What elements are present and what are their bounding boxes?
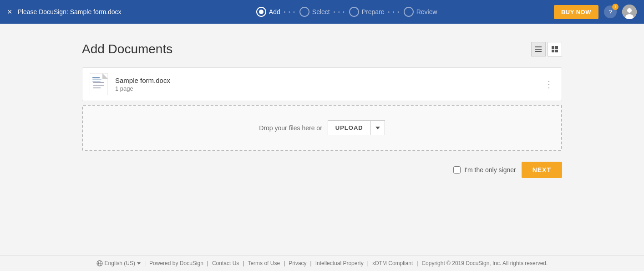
- next-button[interactable]: NEXT: [522, 162, 562, 178]
- intellectual-property-link[interactable]: Intellectual Property: [315, 260, 364, 266]
- footer-sep-6: |: [367, 260, 369, 266]
- svg-rect-4: [535, 49, 542, 50]
- list-view-button[interactable]: [531, 42, 546, 56]
- footer-sep-3: |: [243, 260, 244, 266]
- globe-icon: [96, 260, 103, 266]
- help-button[interactable]: ? 1: [604, 5, 617, 18]
- xdtm-label: xDTM Compliant: [372, 260, 413, 266]
- file-item: Sample form.docx 1 page ⋮: [82, 67, 562, 101]
- footer-sep-4: |: [284, 260, 285, 266]
- svg-rect-6: [552, 46, 554, 49]
- language-selector[interactable]: English (US): [96, 260, 141, 266]
- svg-rect-9: [555, 50, 558, 52]
- view-toggle: [531, 42, 562, 56]
- footer-sep-5: |: [310, 260, 312, 266]
- file-icon: [90, 73, 108, 95]
- only-signer-group: I'm the only signer: [453, 166, 516, 174]
- file-pages: 1 page: [115, 85, 544, 92]
- main-content: Add Documents: [0, 24, 644, 255]
- svg-rect-3: [535, 46, 542, 47]
- page-header: Add Documents: [82, 42, 562, 56]
- svg-point-1: [627, 8, 632, 13]
- svg-rect-16: [92, 81, 101, 82]
- contact-us-link[interactable]: Contact Us: [212, 260, 239, 266]
- upload-dropdown-button[interactable]: [370, 120, 385, 135]
- header: × Please DocuSign: Sample form.docx Add …: [0, 0, 644, 24]
- header-actions: BUY NOW ? 1: [554, 5, 637, 19]
- only-signer-checkbox[interactable]: [453, 166, 461, 174]
- step-prepare-circle: [349, 7, 359, 17]
- buy-now-button[interactable]: BUY NOW: [554, 5, 598, 19]
- step-prepare[interactable]: Prepare: [349, 7, 385, 17]
- terms-of-use-link[interactable]: Terms of Use: [248, 260, 280, 266]
- step-add[interactable]: Add: [256, 7, 280, 17]
- step-dots-2: • • •: [334, 10, 345, 15]
- step-prepare-label: Prepare: [362, 8, 385, 15]
- svg-rect-14: [92, 77, 100, 78]
- avatar[interactable]: [622, 5, 637, 19]
- file-menu-button[interactable]: ⋮: [544, 79, 554, 90]
- close-button[interactable]: ×: [7, 7, 12, 17]
- file-info: Sample form.docx 1 page: [115, 77, 544, 92]
- step-review-circle: [404, 7, 414, 17]
- privacy-link[interactable]: Privacy: [289, 260, 306, 266]
- footer-sep-7: |: [416, 260, 418, 266]
- footer-sep-2: |: [207, 260, 208, 266]
- upload-button[interactable]: UPLOAD: [328, 120, 370, 135]
- svg-rect-8: [552, 50, 554, 52]
- step-select-circle: [299, 7, 309, 17]
- step-add-dot: [256, 7, 266, 17]
- file-name: Sample form.docx: [115, 77, 544, 84]
- footer-sep-1: |: [144, 260, 146, 266]
- step-select-label: Select: [312, 8, 330, 15]
- powered-by: Powered by DocuSign: [149, 260, 203, 266]
- svg-rect-15: [92, 79, 101, 80]
- svg-rect-7: [555, 46, 558, 49]
- help-badge: 1: [612, 4, 619, 10]
- language-label: English (US): [105, 260, 135, 266]
- upload-button-group: UPLOAD: [328, 120, 385, 135]
- footer: English (US) | Powered by DocuSign | Con…: [0, 255, 644, 271]
- header-title: Please DocuSign: Sample form.docx: [18, 8, 122, 15]
- grid-view-button[interactable]: [548, 42, 562, 56]
- drop-zone-text: Drop your files here or: [259, 124, 322, 132]
- drop-zone[interactable]: Drop your files here or UPLOAD: [82, 105, 562, 151]
- step-select[interactable]: Select: [299, 7, 330, 17]
- language-dropdown-icon: [137, 262, 141, 265]
- svg-rect-5: [535, 51, 542, 52]
- only-signer-label[interactable]: I'm the only signer: [464, 166, 516, 174]
- copyright: Copyright © 2019 DocuSign, Inc. All righ…: [421, 260, 548, 266]
- bottom-actions: I'm the only signer NEXT: [82, 162, 562, 178]
- step-add-label: Add: [269, 8, 280, 15]
- step-review[interactable]: Review: [404, 7, 437, 17]
- page-title: Add Documents: [82, 42, 172, 56]
- step-review-label: Review: [416, 8, 437, 15]
- step-indicator: Add • • • Select • • • Prepare • • • Rev…: [140, 7, 554, 17]
- step-dots-3: • • •: [388, 10, 400, 15]
- step-dots-1: • • •: [284, 10, 296, 15]
